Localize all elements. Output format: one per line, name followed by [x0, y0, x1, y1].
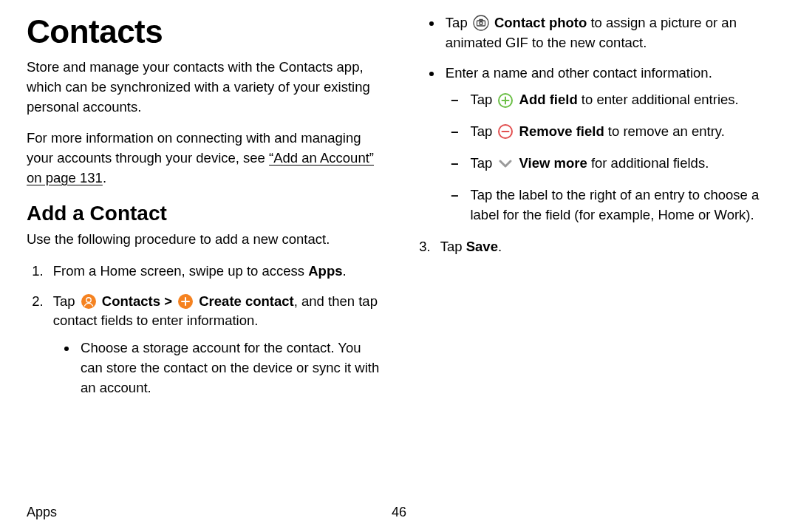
page-title: Contacts: [27, 13, 384, 50]
dash-view-more: Tap View more for additional fields.: [467, 154, 771, 174]
text: to enter additional entries.: [578, 92, 739, 107]
text: .: [103, 170, 106, 185]
contact-photo-label: Contact photo: [494, 15, 587, 30]
step-2-bullets: Choose a storage account for the contact…: [53, 338, 384, 398]
bullet-contact-photo: Tap Contact photo to assign a picture or…: [443, 13, 771, 53]
bullet-storage: Choose a storage account for the contact…: [78, 338, 384, 398]
step-2-bullets-continued: Tap Contact photo to assign a picture or…: [414, 13, 771, 225]
footer-section-name: Apps: [27, 505, 57, 519]
minus-outline-icon: [497, 123, 514, 140]
section-description: Use the following procedure to add a new…: [27, 230, 384, 250]
intro-paragraph-1: Store and manage your contacts with the …: [27, 58, 384, 117]
save-label: Save: [466, 239, 498, 254]
text: Tap: [53, 293, 79, 309]
bullet-enter-info: Enter a name and other contact informati…: [443, 64, 771, 225]
text: Enter a name and other contact informati…: [446, 65, 712, 81]
sub-instructions: Tap Add field to enter additional entrie…: [446, 90, 771, 225]
view-more-label: View more: [519, 155, 587, 171]
plus-outline-icon: [497, 92, 514, 109]
section-heading-add-contact: Add a Contact: [27, 202, 384, 225]
page-footer: Apps 46: [27, 505, 771, 520]
text: Tap: [446, 15, 471, 30]
text: Tap: [470, 123, 496, 139]
step-3: Tap Save.: [434, 237, 771, 257]
document-body: Contacts Store and manage your contacts …: [0, 0, 798, 488]
camera-outline-icon: [473, 15, 489, 31]
plus-filled-icon: [177, 293, 194, 310]
steps-list: From a Home screen, swipe up to access A…: [27, 262, 384, 398]
add-field-label: Add field: [519, 92, 578, 107]
dash-remove-field: Tap Remove field to remove an entry.: [467, 122, 771, 142]
steps-list-continued: Tap Save.: [414, 237, 771, 257]
breadcrumb-separator: >: [160, 293, 176, 309]
dash-add-field: Tap Add field to enter additional entrie…: [467, 90, 771, 110]
text: From a Home screen, swipe up to access: [53, 263, 308, 279]
text: for additional fields.: [587, 155, 709, 171]
text: to remove an entry.: [604, 123, 725, 139]
svg-point-0: [81, 294, 96, 309]
step-2: Tap Contacts > Create contact, and then …: [47, 292, 384, 398]
chevron-down-icon: [497, 155, 514, 171]
text: .: [498, 239, 502, 254]
create-contact-label: Create contact: [199, 293, 294, 309]
step-1: From a Home screen, swipe up to access A…: [47, 262, 384, 282]
svg-point-5: [480, 22, 482, 25]
remove-field-label: Remove field: [519, 123, 604, 139]
svg-point-3: [474, 16, 488, 30]
text: Tap: [470, 155, 496, 171]
text: .: [342, 263, 346, 279]
apps-label: Apps: [308, 263, 342, 279]
text: Tap: [440, 239, 466, 254]
contacts-label: Contacts: [102, 293, 160, 309]
page-number: 46: [392, 505, 406, 520]
dash-label-field: Tap the label to the right of an entry t…: [467, 185, 771, 225]
contacts-app-icon: [81, 293, 97, 310]
text: Tap: [470, 92, 496, 107]
right-column: Tap Contact photo to assign a picture or…: [414, 13, 771, 256]
text: to assign a picture or an animated GIF t…: [446, 15, 737, 50]
intro-paragraph-2: For more information on connecting with …: [27, 129, 384, 188]
